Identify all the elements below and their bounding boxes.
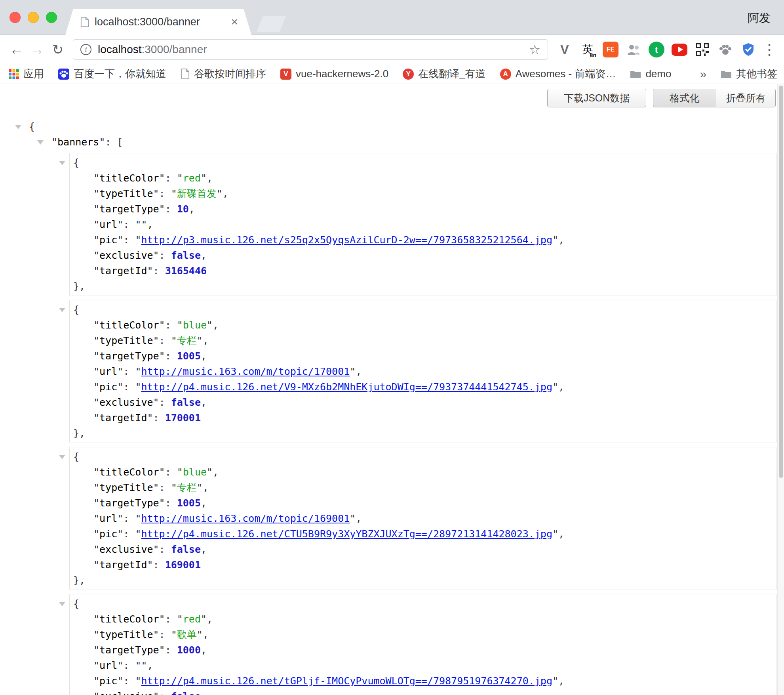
json-key: targetType [99, 644, 159, 656]
json-key: targetType [99, 350, 159, 362]
youtube-extension-icon[interactable] [672, 44, 687, 56]
tab-title: localhost:3000/banner [95, 16, 225, 28]
close-window-button[interactable] [10, 12, 21, 23]
bookmark-awesomes[interactable]: A Awesomes - 前端资… [500, 67, 616, 81]
json-key: pic [99, 234, 117, 246]
bookmark-apps[interactable]: 应用 [9, 67, 44, 81]
page-info-icon[interactable]: i [80, 44, 91, 55]
window-controls [10, 12, 57, 23]
json-quote: " [93, 250, 99, 261]
profile-name[interactable]: 阿发 [748, 10, 771, 26]
download-json-button[interactable]: 下载JSON数据 [547, 89, 646, 107]
json-object-block: {"titleColor": "blue","typeTitle": "专栏",… [69, 300, 776, 443]
json-property-line: "titleColor": "red", [70, 170, 776, 186]
collapse-all-button[interactable]: 折叠所有 [716, 89, 776, 107]
address-bar[interactable]: i localhost:3000/banner ☆ [73, 39, 548, 60]
json-quote: " [171, 335, 177, 346]
json-quote: " [93, 660, 99, 671]
json-key: pic [99, 528, 117, 540]
json-quote: ": [117, 660, 135, 671]
json-comma: , [189, 203, 195, 215]
json-comma: , [558, 528, 564, 540]
json-quote: ": [147, 265, 165, 277]
json-url-link[interactable]: http://p4.music.126.net/CTU5B9R9y3XyYBZX… [141, 528, 552, 540]
json-object-open-line: { [70, 302, 776, 317]
new-tab-button[interactable] [257, 16, 286, 32]
json-comma: , [147, 660, 153, 671]
json-comma: , [147, 219, 153, 230]
collapse-toggle-icon[interactable] [59, 455, 65, 459]
json-quote: " [201, 613, 207, 625]
browser-tab[interactable]: localhost:3000/banner × [65, 9, 251, 35]
collapse-toggle-icon[interactable] [59, 161, 65, 165]
browser-menu-icon[interactable]: ⋮ [760, 39, 778, 60]
translate-extension-icon[interactable]: 英en [580, 42, 596, 57]
bookmark-youdao-translate[interactable]: Y 在线翻译_有道 [403, 67, 485, 81]
json-quote: " [135, 513, 141, 524]
json-brace: }, [73, 575, 85, 586]
json-url-link[interactable]: http://music.163.com/m/topic/169001 [141, 513, 350, 524]
back-button[interactable]: ← [6, 39, 27, 60]
page-favicon-icon [80, 17, 89, 27]
json-url-link[interactable]: http://p4.music.126.net/V9-MXz6b2MNhEKju… [141, 381, 552, 393]
json-url-link[interactable]: http://p3.music.126.net/s25q2x5QyqsAzilC… [141, 234, 552, 246]
json-quote: " [350, 513, 356, 524]
json-url-link[interactable]: http://music.163.com/m/topic/170001 [141, 366, 350, 377]
json-brace: { [73, 451, 79, 462]
json-quote: " [197, 335, 203, 346]
forward-button[interactable]: → [27, 39, 48, 60]
json-quote: " [93, 559, 99, 571]
json-quote: ": [159, 497, 177, 509]
bookmark-star-icon[interactable]: ☆ [529, 42, 540, 57]
other-bookmarks[interactable]: 其他书签 [721, 67, 777, 81]
green-t-extension-icon[interactable]: t [649, 42, 664, 57]
format-button[interactable]: 格式化 [653, 89, 716, 107]
bookmark-demo-folder[interactable]: demo [630, 68, 671, 80]
url-host: localhost [98, 43, 142, 55]
json-quote: ": [153, 691, 171, 695]
shield-check-extension-icon[interactable] [740, 42, 756, 57]
json-key: typeTitle [99, 482, 153, 493]
accounts-extension-icon[interactable] [626, 42, 641, 57]
json-quote: ": [117, 234, 135, 246]
bookmark-label: vue-hackernews-2.0 [296, 68, 388, 80]
fehelper-extension-icon[interactable]: FE [603, 42, 618, 57]
collapse-toggle-icon[interactable] [15, 125, 21, 129]
json-controls: 下载JSON数据 格式化 折叠所有 [0, 89, 776, 107]
json-quote: " [93, 544, 99, 555]
json-url-link[interactable]: http://p4.music.126.net/tGPljf-IMOCyPvum… [141, 675, 552, 687]
json-key: exclusive [99, 397, 153, 408]
json-quote: " [99, 136, 105, 148]
json-comma: , [207, 613, 213, 625]
vue-hackernews-icon: V [280, 69, 291, 80]
json-quote: " [93, 644, 99, 656]
collapse-toggle-icon[interactable] [37, 140, 44, 145]
tab-close-icon[interactable]: × [231, 16, 238, 28]
json-key: targetId [99, 412, 147, 424]
scrollbar-thumb[interactable] [779, 86, 783, 478]
minimize-window-button[interactable] [28, 12, 39, 23]
json-quote: " [217, 188, 223, 199]
bookmark-label: demo [645, 68, 671, 80]
json-property-line: "typeTitle": "歌单", [70, 627, 776, 642]
json-quote: " [135, 366, 141, 377]
json-property-line: "exclusive": false, [70, 248, 776, 263]
collapse-toggle-icon[interactable] [59, 308, 65, 312]
json-quote: " [93, 335, 99, 346]
json-key: url [99, 513, 117, 524]
reload-button[interactable]: ↻ [48, 39, 68, 60]
browser-window: localhost:3000/banner × 阿发 ← → ↻ i local… [0, 0, 784, 695]
vimium-extension-icon[interactable]: V [557, 42, 573, 57]
json-quote: ": [153, 629, 171, 640]
bookmark-vue-hackernews[interactable]: V vue-hackernews-2.0 [280, 68, 388, 80]
collapse-toggle-icon[interactable] [59, 602, 65, 606]
bookmark-google-sort[interactable]: 谷歌按时间排序 [181, 67, 266, 81]
qrcode-extension-icon[interactable] [695, 42, 710, 57]
zoom-window-button[interactable] [46, 12, 57, 23]
json-string-value: red [183, 613, 201, 625]
json-number-value: 170001 [165, 412, 201, 424]
bookmark-baidu[interactable]: 百度一下，你就知道 [58, 67, 166, 81]
bookmarks-overflow-icon[interactable]: » [700, 67, 706, 81]
paw-extension-icon[interactable] [717, 42, 733, 57]
json-property-line: "targetId": 169001 [70, 557, 776, 573]
